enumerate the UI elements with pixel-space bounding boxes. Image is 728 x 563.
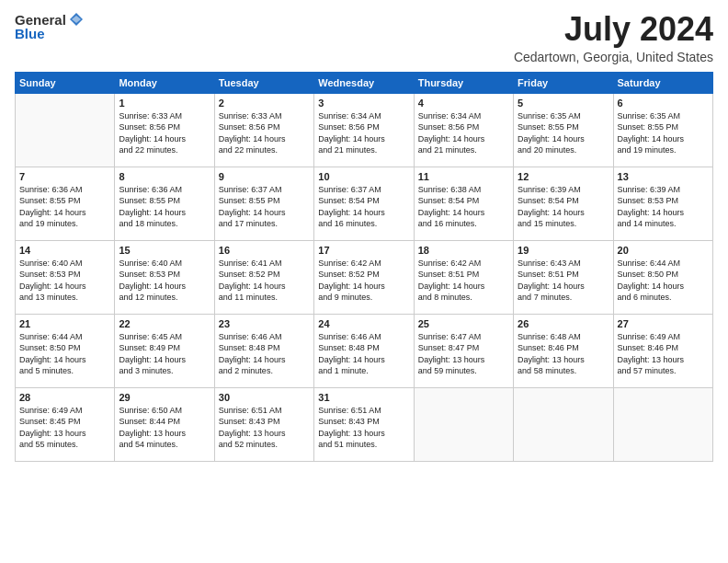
day-info: Sunrise: 6:35 AM Sunset: 8:55 PM Dayligh… [518,110,609,156]
calendar-cell: 26Sunrise: 6:48 AM Sunset: 8:46 PM Dayli… [514,314,613,387]
calendar-cell: 17Sunrise: 6:42 AM Sunset: 8:52 PM Dayli… [314,240,414,314]
day-info: Sunrise: 6:37 AM Sunset: 8:54 PM Dayligh… [318,184,409,230]
calendar-week-row: 28Sunrise: 6:49 AM Sunset: 8:45 PM Dayli… [16,387,713,461]
calendar-cell: 25Sunrise: 6:47 AM Sunset: 8:47 PM Dayli… [414,314,513,387]
day-number: 4 [418,98,509,109]
calendar-cell: 27Sunrise: 6:49 AM Sunset: 8:46 PM Dayli… [613,314,712,387]
day-info: Sunrise: 6:51 AM Sunset: 8:43 PM Dayligh… [318,405,409,451]
day-number: 28 [19,392,110,403]
day-number: 17 [318,245,409,256]
calendar-cell [16,93,115,167]
calendar-cell: 14Sunrise: 6:40 AM Sunset: 8:53 PM Dayli… [16,240,115,314]
day-info: Sunrise: 6:38 AM Sunset: 8:54 PM Dayligh… [418,184,509,230]
day-number: 14 [19,245,110,256]
day-info: Sunrise: 6:50 AM Sunset: 8:44 PM Dayligh… [119,405,210,451]
day-info: Sunrise: 6:33 AM Sunset: 8:56 PM Dayligh… [119,110,210,156]
day-info: Sunrise: 6:45 AM Sunset: 8:49 PM Dayligh… [119,331,210,377]
calendar-table: SundayMondayTuesdayWednesdayThursdayFrid… [15,72,713,462]
day-info: Sunrise: 6:44 AM Sunset: 8:50 PM Dayligh… [618,258,709,304]
calendar-cell: 23Sunrise: 6:46 AM Sunset: 8:48 PM Dayli… [214,314,313,387]
day-number: 16 [219,245,310,256]
day-number: 19 [518,245,609,256]
day-number: 6 [618,98,709,109]
day-number: 29 [119,392,210,403]
weekday-header-thursday: Thursday [414,72,513,93]
calendar-cell: 9Sunrise: 6:37 AM Sunset: 8:55 PM Daylig… [214,167,313,240]
day-info: Sunrise: 6:47 AM Sunset: 8:47 PM Dayligh… [418,331,509,377]
weekday-header-row: SundayMondayTuesdayWednesdayThursdayFrid… [16,72,713,93]
month-title: July 2024 [514,11,713,48]
day-info: Sunrise: 6:46 AM Sunset: 8:48 PM Dayligh… [318,331,409,377]
day-number: 13 [618,171,709,182]
weekday-header-saturday: Saturday [613,72,712,93]
calendar-cell: 18Sunrise: 6:42 AM Sunset: 8:51 PM Dayli… [414,240,513,314]
day-number: 5 [518,98,609,109]
day-number: 30 [219,392,310,403]
calendar-cell: 11Sunrise: 6:38 AM Sunset: 8:54 PM Dayli… [414,167,513,240]
day-info: Sunrise: 6:34 AM Sunset: 8:56 PM Dayligh… [418,110,509,156]
weekday-header-monday: Monday [115,72,214,93]
title-area: July 2024 Cedartown, Georgia, United Sta… [514,11,713,64]
calendar-cell: 10Sunrise: 6:37 AM Sunset: 8:54 PM Dayli… [314,167,414,240]
weekday-header-sunday: Sunday [16,72,115,93]
weekday-header-wednesday: Wednesday [314,72,414,93]
day-info: Sunrise: 6:48 AM Sunset: 8:46 PM Dayligh… [518,331,609,377]
day-info: Sunrise: 6:43 AM Sunset: 8:51 PM Dayligh… [518,258,609,304]
day-info: Sunrise: 6:39 AM Sunset: 8:54 PM Dayligh… [518,184,609,230]
day-info: Sunrise: 6:49 AM Sunset: 8:46 PM Dayligh… [618,331,709,377]
calendar-cell: 16Sunrise: 6:41 AM Sunset: 8:52 PM Dayli… [214,240,313,314]
day-number: 7 [19,171,110,182]
calendar-cell: 6Sunrise: 6:35 AM Sunset: 8:55 PM Daylig… [613,93,712,167]
day-info: Sunrise: 6:39 AM Sunset: 8:53 PM Dayligh… [618,184,709,230]
logo: General Blue [15,11,85,41]
calendar-week-row: 7Sunrise: 6:36 AM Sunset: 8:55 PM Daylig… [16,167,713,240]
logo-general: General [15,12,66,28]
day-info: Sunrise: 6:36 AM Sunset: 8:55 PM Dayligh… [19,184,110,230]
day-number: 8 [119,171,210,182]
day-number: 23 [219,318,310,329]
day-info: Sunrise: 6:36 AM Sunset: 8:55 PM Dayligh… [119,184,210,230]
day-info: Sunrise: 6:40 AM Sunset: 8:53 PM Dayligh… [119,258,210,304]
calendar-cell: 19Sunrise: 6:43 AM Sunset: 8:51 PM Dayli… [514,240,613,314]
day-info: Sunrise: 6:46 AM Sunset: 8:48 PM Dayligh… [219,331,310,377]
location-title: Cedartown, Georgia, United States [514,50,713,64]
calendar-cell: 24Sunrise: 6:46 AM Sunset: 8:48 PM Dayli… [314,314,414,387]
calendar-page: General Blue July 2024 Cedartown, Georgi… [0,0,728,563]
day-number: 12 [518,171,609,182]
day-number: 31 [318,392,409,403]
day-info: Sunrise: 6:34 AM Sunset: 8:56 PM Dayligh… [318,110,409,156]
day-info: Sunrise: 6:41 AM Sunset: 8:52 PM Dayligh… [219,258,310,304]
calendar-cell: 15Sunrise: 6:40 AM Sunset: 8:53 PM Dayli… [115,240,214,314]
logo-blue: Blue [15,26,85,41]
day-number: 9 [219,171,310,182]
logo-icon [68,11,85,28]
day-number: 15 [119,245,210,256]
weekday-header-friday: Friday [514,72,613,93]
day-info: Sunrise: 6:33 AM Sunset: 8:56 PM Dayligh… [219,110,310,156]
calendar-cell: 4Sunrise: 6:34 AM Sunset: 8:56 PM Daylig… [414,93,513,167]
day-number: 24 [318,318,409,329]
day-number: 22 [119,318,210,329]
day-number: 20 [618,245,709,256]
header-area: General Blue July 2024 Cedartown, Georgi… [15,11,713,64]
calendar-cell: 7Sunrise: 6:36 AM Sunset: 8:55 PM Daylig… [16,167,115,240]
day-number: 21 [19,318,110,329]
calendar-cell: 5Sunrise: 6:35 AM Sunset: 8:55 PM Daylig… [514,93,613,167]
day-number: 11 [418,171,509,182]
day-info: Sunrise: 6:44 AM Sunset: 8:50 PM Dayligh… [19,331,110,377]
day-number: 25 [418,318,509,329]
calendar-cell: 29Sunrise: 6:50 AM Sunset: 8:44 PM Dayli… [115,387,214,461]
day-info: Sunrise: 6:51 AM Sunset: 8:43 PM Dayligh… [219,405,310,451]
day-info: Sunrise: 6:35 AM Sunset: 8:55 PM Dayligh… [618,110,709,156]
calendar-cell: 1Sunrise: 6:33 AM Sunset: 8:56 PM Daylig… [115,93,214,167]
day-number: 1 [119,98,210,109]
day-number: 10 [318,171,409,182]
day-number: 26 [518,318,609,329]
day-info: Sunrise: 6:37 AM Sunset: 8:55 PM Dayligh… [219,184,310,230]
calendar-cell: 31Sunrise: 6:51 AM Sunset: 8:43 PM Dayli… [314,387,414,461]
calendar-cell: 20Sunrise: 6:44 AM Sunset: 8:50 PM Dayli… [613,240,712,314]
calendar-cell: 2Sunrise: 6:33 AM Sunset: 8:56 PM Daylig… [214,93,313,167]
calendar-week-row: 21Sunrise: 6:44 AM Sunset: 8:50 PM Dayli… [16,314,713,387]
day-number: 27 [618,318,709,329]
calendar-cell: 3Sunrise: 6:34 AM Sunset: 8:56 PM Daylig… [314,93,414,167]
